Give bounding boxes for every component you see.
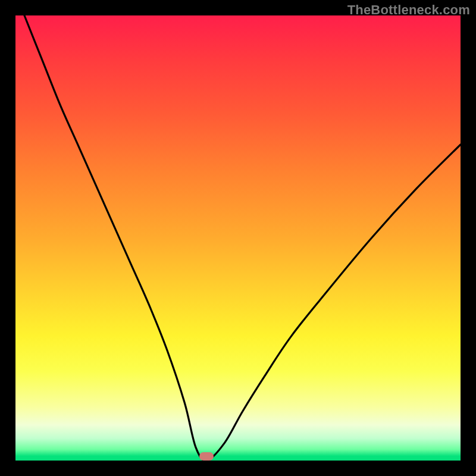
plot-area — [15, 15, 461, 461]
bottleneck-curve — [15, 15, 461, 461]
optimum-marker — [199, 452, 214, 461]
curve-path — [24, 15, 461, 461]
watermark-text: TheBottleneck.com — [347, 2, 470, 18]
chart-frame: TheBottleneck.com — [0, 0, 476, 476]
